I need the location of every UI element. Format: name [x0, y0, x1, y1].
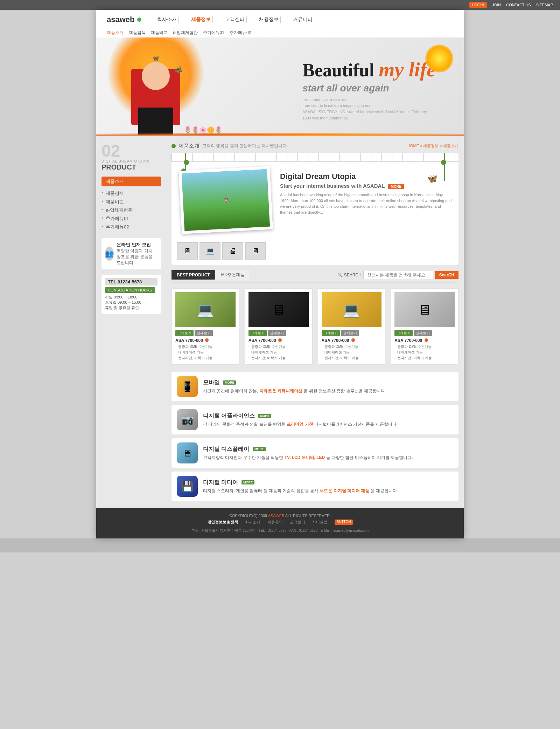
mobile-content: 모바일 MORE 시간과 공간에 얽매이지 않는, 자유로운 커뮤니케이션 을 …: [203, 379, 453, 394]
search-button[interactable]: SearCH: [435, 271, 458, 279]
nav-customer[interactable]: 고객센터: [223, 16, 247, 23]
sub-nav-item-3[interactable]: e-업체제험관: [173, 30, 198, 36]
quick-view-btn-3[interactable]: 크게보기: [394, 330, 413, 336]
showcase-laptop: 🏰 ASA NT302 🖥 💻 🖨 🖥: [177, 169, 275, 260]
hero-title: Beautiful my life: [302, 59, 436, 81]
product-features-1: 공중파 DMB 수신기능 내비게이션 기능 전자사전, 어학기 기능: [248, 344, 309, 361]
product-showcase: 🦋 🏰 ASA NT302 🖥 💻: [172, 153, 458, 265]
people-icon: 👥: [105, 247, 114, 261]
category-sections: 📱 모바일 MORE 시간과 공간에 얽매이지 않는, 자유로운 커뮤니케이션 …: [172, 372, 458, 501]
sub-nav-item-2[interactable]: 제품비교: [151, 30, 168, 36]
thumb-2[interactable]: 💻: [200, 242, 220, 260]
thumb-4[interactable]: 🖥: [245, 242, 266, 260]
sidebar-banner-text: 온라인 인재 모집 역량한 역량과 가치 창조를 위한 분들을 모십니다.: [117, 242, 158, 266]
rope-decoration: [172, 153, 458, 161]
quick-view-btn-0[interactable]: 크게보기: [175, 330, 194, 336]
display-content: 디지털 디스플레이 MORE 고객지향적 디자인과 우수한 기술을 적용한 TV…: [203, 446, 453, 461]
nav-recruit[interactable]: 채용정보: [257, 16, 281, 23]
section-title-text: 제품소개: [178, 143, 200, 149]
sub-nav-item-5[interactable]: 추가메뉴02: [230, 30, 251, 36]
sidebar-banner: 👥 온라인 인재 모집 역량한 역량과 가치 창조를 위한 분들을 모십니다.: [102, 238, 161, 269]
search-input[interactable]: [363, 271, 433, 279]
footer-company[interactable]: 회사소개: [245, 520, 260, 525]
sidebar-item-0[interactable]: 제품검색: [102, 189, 161, 198]
feature-3-1: 내비게이션 기능: [394, 350, 455, 355]
showcase-more-btn[interactable]: MORE: [388, 184, 404, 189]
thumb-1[interactable]: 🖥: [177, 242, 198, 260]
sidebar-active-item[interactable]: 제품소개: [102, 177, 161, 186]
nav-company[interactable]: 회사소개: [155, 16, 179, 23]
hero-banner: Beautiful my life start all over again I…: [96, 37, 464, 136]
feature-1-2: 전자사전, 어학기 기능: [248, 355, 309, 361]
footer-btn[interactable]: BUTTON: [335, 520, 353, 525]
sub-nav-item-4[interactable]: 추가메뉴01: [203, 30, 224, 36]
sidebar-item-1[interactable]: 제품비교: [102, 198, 161, 206]
login-btn[interactable]: LOGIN: [469, 2, 487, 8]
section-title-bar: 제품소개 고객의 행복을 함께 만들어가는 아사웹입니다.: [172, 143, 288, 149]
contact-link[interactable]: CONTACT US: [506, 3, 531, 7]
product-btns-1: 크게보기 상세보기: [248, 330, 309, 336]
detail-btn-0[interactable]: 상세보기: [195, 330, 213, 336]
nav-community[interactable]: 커뮤니티: [291, 16, 314, 23]
sub-nav: 제품소개 제품검색 제품비교 e-업체제험관 추가메뉴01 추가메뉴02: [107, 28, 453, 37]
detail-btn-1[interactable]: 상세보기: [268, 330, 286, 336]
product-name-0: ASA 7700-000: [175, 338, 236, 343]
hero-desc: I've turned over a new leaf from start t…: [302, 97, 435, 121]
feature-3-0: 공중파 DMB 수신기능: [394, 344, 455, 350]
sidebar-consultation: TEL 01234-5678 CONSULTATION HOURS 평일 09:…: [102, 275, 161, 314]
feature-0-0: 공중파 DMB 수신기능: [175, 344, 236, 350]
sitemap-link[interactable]: SITEMAP: [536, 3, 553, 7]
breadcrumb: HOME > 제품정보 > 제품소개: [407, 143, 458, 149]
join-link[interactable]: JOIN: [492, 3, 501, 7]
footer-privacy[interactable]: 개인정보보호정책: [207, 520, 238, 525]
detail-btn-2[interactable]: 상세보기: [341, 330, 359, 336]
footer-partnership[interactable]: 제휴문의: [267, 520, 283, 525]
hero-child-head: [142, 62, 170, 90]
showcase-subheadline: Start your internet business with ASADAL…: [280, 183, 453, 189]
feature-2-0: 공중파 DMB 수신기능: [322, 344, 382, 350]
product-img-2: 💻: [322, 292, 382, 327]
tab-md-recommended[interactable]: MD추천제품: [216, 270, 250, 280]
media-title: 디지털 미디어 MORE: [203, 479, 453, 486]
media-content: 디지털 미디어 MORE 디지털 스토리지, 개인용 컴퓨터 등 제품과 기술의…: [203, 479, 453, 494]
display-title: 디지털 디스플레이 MORE: [203, 446, 453, 453]
feature-1-1: 내비게이션 기능: [248, 350, 309, 355]
appliance-more[interactable]: MORE: [258, 414, 271, 418]
best-product-section: BEST PRODUCT MD추천제품 🔍 SEARCH SearCH 💻: [172, 270, 458, 365]
appliance-desc: 각 나라의 문화적 특성과 생활 습관을 반영한 프리미엄 가전 디지털어플라이…: [203, 421, 453, 427]
feature-3-2: 전자사전, 어학기 기능: [394, 355, 455, 361]
product-num: 02: [102, 143, 161, 159]
footer-brand-link[interactable]: ASAWEB: [268, 514, 285, 518]
sidebar-item-2[interactable]: e-업체제험관: [102, 206, 161, 214]
thumb-3[interactable]: 🖨: [222, 242, 243, 260]
detail-btn-3[interactable]: 상세보기: [414, 330, 432, 336]
body-layout: 02 DIGITAL DREAM UTOPIA PRODUCT 제품소개 제품검…: [96, 136, 464, 508]
footer-sitemap[interactable]: 사이트맵: [312, 520, 328, 525]
sidebar-item-3[interactable]: 추가메뉴01: [102, 214, 161, 223]
flowers: 🌷🌷🌸🌼🌷: [184, 126, 222, 134]
sub-nav-item-1[interactable]: 제품검색: [129, 30, 146, 36]
sub-nav-item-0[interactable]: 제품소개: [107, 30, 124, 36]
display-icon: 🖥: [177, 442, 198, 463]
main-content: 제품소개 고객의 행복을 함께 만들어가는 아사웹입니다. HOME > 제품정…: [166, 136, 464, 508]
media-more[interactable]: MORE: [241, 480, 254, 484]
mobile-more[interactable]: MORE: [223, 380, 236, 385]
appliance-content: 디지털 어플라이언스 MORE 각 나라의 문화적 특성과 생활 습관을 반영한…: [203, 412, 453, 427]
logo-dot: [137, 18, 141, 22]
sidebar-menu: 제품소개 제품검색 제품비교 e-업체제험관 추가메뉴01 추가메뉴02: [102, 177, 161, 231]
footer-customer[interactable]: 고객센터: [290, 520, 305, 525]
site-footer: COPYRIGHT(C) 2009 ASAWEB ALL RIGHTS RESE…: [96, 508, 464, 538]
phone-number: TEL 01234-5678: [105, 278, 158, 286]
footer-copyright: COPYRIGHT(C) 2009 ASAWEB ALL RIGHTS RESE…: [107, 514, 453, 518]
nav-product[interactable]: 제품정보: [189, 16, 213, 23]
tab-best-product[interactable]: BEST PRODUCT: [172, 270, 215, 280]
sidebar-item-4[interactable]: 추가메뉴02: [102, 223, 161, 231]
quick-view-btn-2[interactable]: 크게보기: [322, 330, 340, 336]
hero-subtitle: start all over again: [302, 83, 436, 94]
logo: asaweb: [107, 15, 141, 24]
quick-view-btn-1[interactable]: 크게보기: [248, 330, 267, 336]
display-more[interactable]: MORE: [253, 447, 266, 451]
hero-text: Beautiful my life start all over again I…: [302, 59, 436, 121]
product-name-1: ASA 7700-000: [248, 338, 309, 343]
showcase-desc: Asadal has been working mind of the bigg…: [280, 192, 453, 215]
